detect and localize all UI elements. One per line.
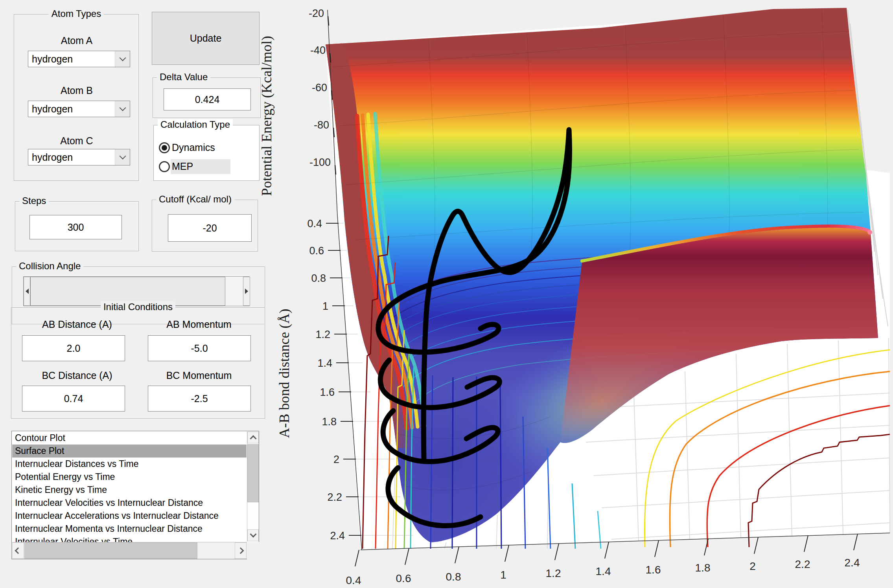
horizontal-scrollbar[interactable]: [12, 542, 247, 559]
atom-b-dropdown[interactable]: hydrogen: [28, 101, 130, 117]
atom-a-value: hydrogen: [28, 51, 115, 67]
atom-types-group: Atom Types Atom A hydrogen Atom B hydrog…: [14, 14, 139, 181]
list-item[interactable]: Kinetic Energy vs Time: [12, 483, 247, 496]
bc-momentum-label: BC Momentum: [146, 370, 252, 381]
z-axis-label: Potential Energy (Kcal/mol): [259, 36, 274, 196]
arrow-right-icon: [245, 288, 248, 294]
scroll-down-button[interactable]: [247, 529, 259, 541]
chevron-down-icon: [119, 153, 126, 160]
list-item[interactable]: Contour Plot: [12, 432, 247, 445]
list-item-selected[interactable]: Surface Plot: [12, 445, 247, 458]
x-tick: 0.4: [346, 574, 361, 586]
atom-b-label: Atom B: [14, 85, 139, 96]
steps-input[interactable]: 300: [29, 215, 122, 239]
list-item[interactable]: Internulear Velocities vs Time: [12, 535, 247, 542]
atom-c-label: Atom C: [14, 135, 139, 147]
ab-distance-label: AB Distance (A): [24, 319, 130, 330]
radio-dynamics[interactable]: Dynamics: [159, 142, 215, 153]
atom-b-value: hydrogen: [28, 101, 115, 117]
x-tick: 1: [500, 569, 506, 581]
cutoff-group: Cutoff (Kcal/ mol) -20: [152, 200, 258, 252]
y-tick: 1.2: [315, 329, 330, 340]
horizontal-scroll-thumb[interactable]: [24, 542, 197, 559]
delta-value-legend: Delta Value: [157, 72, 210, 83]
cutoff-legend: Cutoff (Kcal/ mol): [156, 194, 234, 205]
y-tick: 1.8: [322, 416, 337, 428]
radio-mep[interactable]: MEP: [159, 161, 193, 172]
radio-selected-icon: [159, 142, 170, 153]
bc-distance-label: BC Distance (A): [24, 370, 130, 381]
dropdown-button[interactable]: [115, 101, 130, 117]
initial-conditions-group: Initial Conditions AB Distance (A) AB Mo…: [11, 307, 265, 419]
plot-type-listbox[interactable]: Contour Plot Surface Plot Internuclear D…: [11, 431, 259, 559]
x-tick: 2.2: [795, 558, 810, 570]
y-tick: 0.6: [309, 245, 324, 257]
chevron-left-icon: [15, 548, 22, 554]
list-item[interactable]: Internuclear Velocities vs Internuclear …: [12, 496, 247, 509]
atom-c-value: hydrogen: [28, 149, 115, 165]
z-tick: -60: [312, 82, 327, 94]
collision-angle-legend: Collision Angle: [16, 261, 83, 272]
update-button[interactable]: Update: [152, 12, 260, 65]
radio-mep-label: MEP: [172, 161, 193, 172]
x-tick: 1.8: [695, 562, 711, 574]
scroll-right-button[interactable]: [235, 542, 247, 559]
delta-value-input[interactable]: 0.424: [164, 88, 251, 110]
bc-momentum-input[interactable]: -2.5: [148, 386, 251, 412]
dropdown-button[interactable]: [115, 51, 130, 67]
x-tick: 1.2: [546, 567, 561, 579]
atom-c-dropdown[interactable]: hydrogen: [28, 149, 130, 165]
app-window: -20 -40 -60 -80 -100 Potential Energy (K…: [0, 0, 893, 588]
list-item[interactable]: Potential Energy vs Time: [12, 470, 247, 483]
chevron-down-icon: [250, 531, 256, 538]
delta-value-group: Delta Value 0.424: [153, 77, 261, 118]
y-tick: 2.4: [330, 530, 345, 542]
atom-a-dropdown[interactable]: hydrogen: [28, 51, 130, 67]
radio-unselected-icon: [159, 161, 170, 172]
arrow-left-icon: [26, 288, 29, 294]
x-tick: 2: [749, 560, 756, 572]
slider-left-button[interactable]: [24, 277, 30, 306]
z-tick: -100: [309, 156, 331, 168]
y-tick: 1.4: [317, 357, 332, 369]
z-tick: -40: [310, 44, 326, 56]
x-tick: 1.6: [646, 564, 661, 576]
chevron-right-icon: [238, 548, 244, 554]
chevron-down-icon: [119, 105, 126, 111]
cutoff-input[interactable]: -20: [168, 214, 252, 242]
y-axis-label: A-B bond distance (Å): [276, 309, 292, 438]
calculation-type-group: Calculation Type Dynamics MEP: [153, 125, 260, 181]
ab-distance-input[interactable]: 2.0: [22, 335, 125, 361]
steps-group: Steps 300: [15, 201, 139, 251]
y-tick: 0.8: [311, 272, 326, 284]
bc-distance-input[interactable]: 0.74: [22, 386, 125, 412]
y-tick: 1.6: [320, 386, 335, 398]
radio-dynamics-label: Dynamics: [172, 142, 215, 153]
y-tick: 0.4: [307, 218, 322, 230]
list-item[interactable]: Internuclear Distances vs Time: [12, 458, 247, 470]
x-tick: 1.4: [596, 565, 611, 577]
z-axis: -20 -40 -60 -80 -100 Potential Energy (K…: [259, 7, 337, 215]
scroll-up-button[interactable]: [247, 432, 259, 443]
vertical-scroll-thumb[interactable]: [247, 444, 259, 502]
dropdown-button[interactable]: [115, 149, 130, 165]
atom-a-label: Atom A: [14, 35, 139, 46]
ab-momentum-input[interactable]: -5.0: [148, 335, 251, 361]
x-tick: 0.6: [396, 572, 411, 584]
list-item[interactable]: Internuclear Momenta vs Internuclear Dis…: [12, 522, 247, 535]
y-tick: 2: [333, 454, 339, 465]
z-tick: -80: [314, 119, 329, 131]
ab-momentum-label: AB Momentum: [146, 319, 252, 330]
list-item[interactable]: Internuclear Accelerations vs Internucle…: [12, 509, 247, 522]
slider-right-button[interactable]: [243, 277, 250, 306]
atom-types-legend: Atom Types: [49, 8, 104, 19]
scroll-left-button[interactable]: [12, 542, 24, 559]
vertical-scrollbar[interactable]: [247, 432, 259, 542]
scrollbar-corner: [247, 542, 259, 559]
initial-conditions-legend: Initial Conditions: [101, 301, 175, 312]
chevron-up-icon: [250, 435, 256, 442]
x-tick: 0.8: [446, 571, 461, 583]
plot-type-list: Contour Plot Surface Plot Internuclear D…: [12, 432, 247, 542]
z-tick: -20: [309, 7, 324, 19]
y-tick: 2.2: [327, 491, 342, 503]
